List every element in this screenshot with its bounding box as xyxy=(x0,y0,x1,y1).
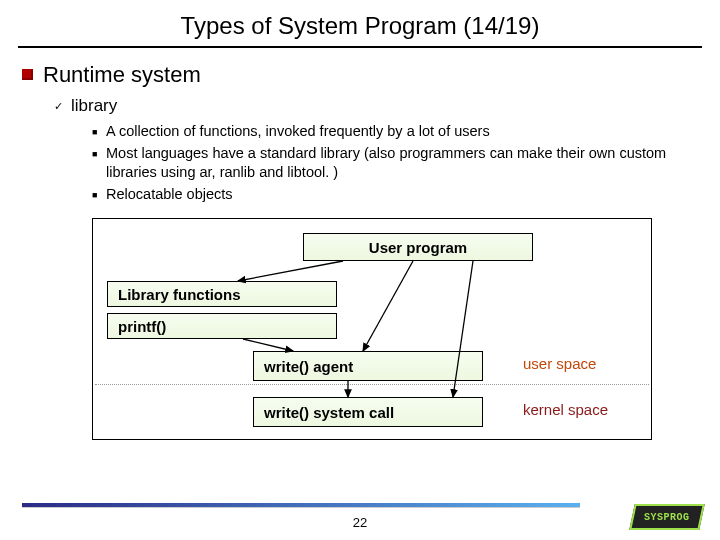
slide-title: Types of System Program (14/19) xyxy=(0,0,720,46)
lvl3-item: A collection of functions, invoked frequ… xyxy=(92,122,698,142)
bullet-level3-list: A collection of functions, invoked frequ… xyxy=(92,122,698,204)
bullet-level1: Runtime system xyxy=(22,62,698,88)
title-underline xyxy=(18,46,702,48)
label-kernel-space: kernel space xyxy=(523,401,608,418)
box-user-program: User program xyxy=(303,233,533,261)
square-bullet-icon xyxy=(22,69,33,80)
footer-accent-bar xyxy=(22,503,580,507)
diagram-container: User program Library functions printf() … xyxy=(92,218,652,440)
content-area: Runtime system ✓ library A collection of… xyxy=(0,62,720,440)
page-number: 22 xyxy=(353,515,367,530)
box-printf: printf() xyxy=(107,313,337,339)
space-divider-line xyxy=(95,384,649,385)
box-write-syscall: write() system call xyxy=(253,397,483,427)
footer: 22 xyxy=(0,515,720,530)
check-icon: ✓ xyxy=(54,100,63,113)
lvl3-item: Most languages have a standard library (… xyxy=(92,144,698,183)
lvl2-text: library xyxy=(71,96,117,116)
box-write-agent: write() agent xyxy=(253,351,483,381)
logo-badge: SYSPROG xyxy=(629,504,705,530)
lvl1-text: Runtime system xyxy=(43,62,201,88)
lvl3-item: Relocatable objects xyxy=(92,185,698,205)
svg-line-0 xyxy=(238,261,343,281)
svg-line-3 xyxy=(243,339,293,351)
bullet-level2: ✓ library xyxy=(54,96,698,116)
svg-line-1 xyxy=(363,261,413,351)
logo-text: SYSPROG xyxy=(644,512,690,523)
label-user-space: user space xyxy=(523,355,596,372)
box-library-functions: Library functions xyxy=(107,281,337,307)
